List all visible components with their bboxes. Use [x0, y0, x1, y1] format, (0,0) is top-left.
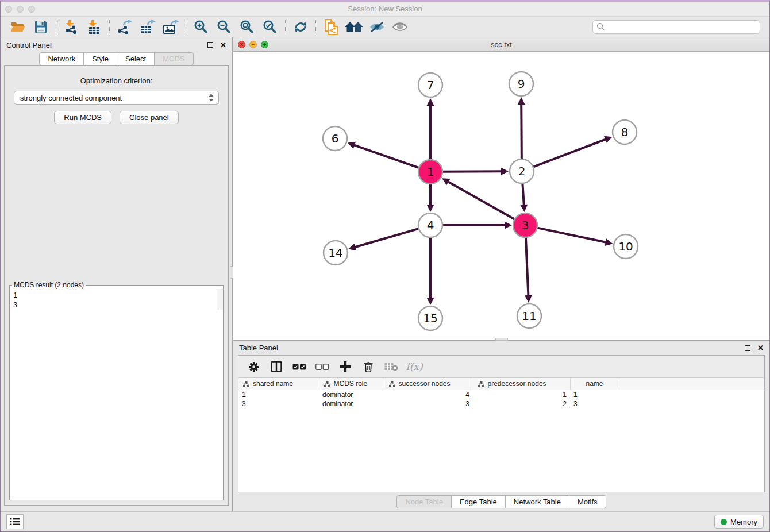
graph-edge[interactable]	[521, 103, 522, 159]
cell-mcds-role[interactable]: dominator	[319, 390, 384, 399]
import-network-icon[interactable]	[60, 18, 83, 36]
dropdown-arrows-icon	[209, 94, 214, 102]
cell-name[interactable]: 1	[570, 390, 619, 399]
mcds-buttons: Run MCDS Close panel	[5, 111, 228, 124]
graph-edge[interactable]	[355, 229, 419, 248]
network-maximize-button[interactable]: +	[261, 41, 268, 48]
search-icon	[596, 22, 605, 31]
cell-mcds-role[interactable]: dominator	[319, 399, 384, 408]
close-panel-button[interactable]: Close panel	[120, 111, 179, 124]
delete-trash-icon[interactable]	[360, 359, 376, 374]
mcds-result-line: 3	[13, 300, 217, 310]
zoom-in-icon[interactable]	[190, 18, 213, 36]
mcds-result-list: 1 3	[10, 289, 217, 310]
zoom-out-icon[interactable]	[213, 18, 236, 36]
graph-edge-arrowhead	[605, 238, 613, 246]
network-canvas[interactable]: 1234678910111415	[233, 52, 769, 340]
table-close-icon[interactable]: ✕	[757, 344, 764, 352]
add-column-plus-icon[interactable]	[337, 359, 353, 374]
graph-edge[interactable]	[442, 171, 502, 172]
graph-edge[interactable]	[537, 228, 607, 242]
cell-shared-name[interactable]: 1	[238, 390, 319, 399]
col-name[interactable]: name	[570, 378, 619, 390]
network-graph: 1234678910111415	[233, 52, 769, 340]
memory-status-dot	[721, 519, 727, 525]
import-table-icon[interactable]	[83, 18, 106, 36]
float-panel-icon[interactable]	[207, 42, 213, 48]
table-panel-title: Table Panel	[239, 344, 278, 352]
zoom-fit-icon[interactable]	[236, 18, 259, 36]
search-field[interactable]	[592, 20, 760, 34]
graph-edge-arrowhead	[505, 222, 512, 229]
col-successor-nodes[interactable]: successor nodes	[384, 378, 473, 390]
tab-select[interactable]: Select	[117, 52, 155, 65]
open-file-icon[interactable]	[6, 18, 29, 36]
table-row[interactable]: 3 dominator 3 2 3	[238, 399, 764, 408]
tab-style[interactable]: Style	[84, 52, 117, 65]
graph-node-label: 15	[423, 311, 437, 325]
network-close-button[interactable]: ×	[238, 41, 245, 48]
zoom-selected-icon[interactable]	[259, 18, 282, 36]
graph-node-label: 2	[518, 164, 526, 178]
export-table-icon[interactable]	[136, 18, 159, 36]
deselect-all-icon[interactable]	[314, 359, 330, 374]
tab-network[interactable]: Network	[39, 52, 84, 65]
network-minimize-button[interactable]: −	[249, 41, 257, 48]
cell-successor-nodes[interactable]: 4	[384, 390, 473, 399]
search-input[interactable]	[605, 22, 756, 31]
tab-node-table[interactable]: Node Table	[396, 495, 452, 508]
tab-mcds[interactable]: MCDS	[155, 52, 193, 65]
mcds-result-line: 1	[13, 290, 217, 300]
graph-edge[interactable]	[533, 139, 607, 167]
criterion-dropdown[interactable]: strongly connected component	[14, 91, 219, 105]
export-network-icon[interactable]	[113, 18, 136, 36]
graph-node-label: 4	[427, 218, 434, 232]
home-networks-icon[interactable]	[342, 18, 365, 36]
export-image-icon[interactable]	[159, 18, 182, 36]
show-column-panel-icon[interactable]	[268, 359, 284, 374]
horizontal-splitter-grip[interactable]	[495, 338, 508, 341]
col-mcds-role[interactable]: MCDS role	[319, 378, 384, 390]
cell-name[interactable]: 3	[570, 399, 619, 408]
graph-edge[interactable]	[522, 183, 523, 206]
status-bar: Memory	[1, 511, 769, 531]
close-panel-icon[interactable]: ✕	[220, 41, 226, 49]
graph-edge[interactable]	[526, 237, 529, 296]
control-panel-header: Control Panel ✕	[1, 37, 232, 52]
optimization-criterion-label: Optimization criterion:	[5, 76, 228, 85]
table-row[interactable]: 1 dominator 4 1 1	[238, 390, 764, 399]
graph-node-label: 7	[427, 78, 434, 92]
refresh-layout-icon[interactable]	[289, 18, 312, 36]
graph-node-label: 10	[618, 240, 633, 253]
show-eye-icon[interactable]	[388, 18, 411, 36]
cell-successor-nodes[interactable]: 3	[384, 399, 473, 408]
graph-node-label: 9	[518, 77, 525, 91]
graph-edge[interactable]	[448, 182, 515, 219]
task-history-button[interactable]	[6, 514, 24, 529]
titlebar: Session: New Session	[1, 2, 769, 17]
tab-network-table[interactable]: Network Table	[506, 495, 569, 508]
search-area	[592, 20, 760, 34]
col-predecessor-nodes[interactable]: predecessor nodes	[473, 378, 570, 390]
col-shared-name[interactable]: shared name	[238, 378, 319, 390]
select-all-icon[interactable]	[291, 359, 307, 374]
run-mcds-button[interactable]: Run MCDS	[54, 111, 111, 124]
toolbar-separator	[315, 20, 316, 34]
table-settings-gear-icon[interactable]	[245, 359, 261, 374]
toolbar-separator	[285, 20, 286, 34]
result-scrollbar[interactable]	[217, 289, 223, 310]
save-session-icon[interactable]	[29, 18, 52, 36]
tab-edge-table[interactable]: Edge Table	[452, 495, 506, 508]
cell-predecessor-nodes[interactable]: 1	[473, 390, 570, 399]
table-float-icon[interactable]	[745, 345, 750, 351]
graph-edge-arrowhead	[427, 205, 434, 212]
tab-motifs[interactable]: Motifs	[569, 495, 606, 508]
window-title: Session: New Session	[1, 5, 769, 13]
graph-edge-arrowhead	[427, 98, 434, 106]
clone-network-icon[interactable]	[319, 18, 342, 36]
cell-predecessor-nodes[interactable]: 2	[473, 399, 570, 408]
hide-eye-slash-icon[interactable]	[365, 18, 388, 36]
graph-edge[interactable]	[353, 145, 419, 168]
cell-shared-name[interactable]: 3	[238, 399, 319, 408]
memory-button[interactable]: Memory	[714, 515, 764, 529]
